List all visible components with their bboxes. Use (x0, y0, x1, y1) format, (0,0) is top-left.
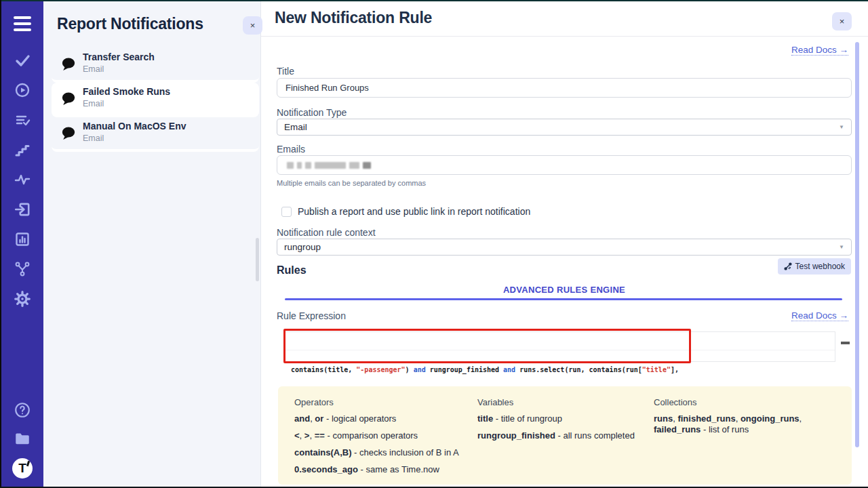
window-top-edge (0, 0, 868, 1)
app-logo[interactable]: T (12, 458, 33, 479)
chevron-down-icon: ▼ (839, 244, 844, 250)
title-input[interactable] (277, 78, 852, 98)
list-item-transfer-search[interactable]: Transfer Search Email (52, 48, 259, 83)
rule-expression-editor[interactable]: contains(title, "-passenger") and rungro… (285, 331, 835, 362)
hamburger-menu-icon[interactable] (11, 14, 34, 34)
help-operators-column: Operators and, or - logical operators <,… (294, 386, 467, 475)
list-item-manual-macos[interactable]: Manual On MacOS Env Email (52, 117, 259, 152)
help-variables-column: Variables title - title of rungroup rung… (477, 386, 647, 441)
item-subtitle: Email (83, 64, 104, 74)
emails-input[interactable] (277, 155, 852, 175)
new-notification-rule-form: New Notification Rule × Read Docs → Titl… (261, 1, 868, 487)
help-icon[interactable] (14, 401, 31, 419)
close-icon: × (840, 16, 845, 26)
column-heading: Variables (477, 397, 647, 407)
window-left-edge (0, 0, 1, 488)
button-label: Test webhook (795, 262, 845, 271)
close-icon: × (250, 20, 256, 30)
expression-help-panel: Operators and, or - logical operators <,… (278, 386, 852, 485)
rule-context-label: Notification rule context (277, 227, 376, 238)
item-title: Failed Smoke Runs (83, 86, 170, 97)
page-title: New Notification Rule (275, 9, 432, 27)
emails-label: Emails (277, 144, 305, 155)
page-scrollbar-thumb[interactable] (855, 42, 859, 447)
help-collections-column: Collections runs, finished_runs, ongoing… (654, 386, 837, 435)
notification-type-label: Notification Type (277, 107, 347, 118)
emails-helper-text: Multiple emails can be separated by comm… (277, 179, 426, 187)
tab-active-underline (285, 298, 842, 300)
rule-expression-label: Rule Expression (277, 310, 346, 321)
report-notifications-panel: Report Notifications × Transfer Search E… (43, 1, 261, 487)
selected-value: rungroup (284, 242, 321, 252)
list-item-failed-smoke-runs[interactable]: Failed Smoke Runs Email (52, 83, 259, 117)
title-label: Title (277, 66, 294, 77)
publish-report-checkbox-row[interactable]: Publish a report and use public link in … (281, 206, 530, 217)
test-webhook-button[interactable]: Test webhook (778, 258, 851, 274)
item-title: Manual On MacOS Env (83, 121, 186, 131)
chevron-down-icon: ▼ (839, 124, 844, 130)
item-title: Transfer Search (83, 52, 155, 62)
settings-gear-icon[interactable] (14, 290, 31, 308)
webhook-icon (784, 262, 792, 270)
check-icon[interactable] (14, 52, 31, 69)
chat-bubble-icon (61, 126, 76, 141)
column-heading: Operators (294, 397, 467, 407)
notification-type-select[interactable]: Email ▼ (277, 119, 852, 136)
chat-bubble-icon (61, 57, 76, 72)
rules-heading: Rules (277, 264, 307, 277)
app-sidebar: T (1, 1, 43, 487)
column-heading: Collections (654, 397, 837, 407)
notification-list: Transfer Search Email Failed Smoke Runs … (52, 48, 259, 152)
import-icon[interactable] (14, 201, 31, 218)
chat-bubble-icon (61, 92, 76, 106)
selected-value: Email (284, 122, 307, 132)
panel-close-button[interactable]: × (243, 16, 262, 35)
header-divider (261, 36, 868, 37)
panel-title: Report Notifications (57, 15, 203, 33)
checklist-icon[interactable] (14, 111, 31, 129)
read-docs-link[interactable]: Read Docs → (791, 45, 848, 56)
rule-context-select[interactable]: rungroup ▼ (277, 239, 852, 256)
checkbox[interactable] (281, 207, 292, 217)
panel-scrollbar-thumb[interactable] (256, 238, 259, 281)
read-docs-link[interactable]: Read Docs → (791, 310, 848, 321)
activity-icon[interactable] (14, 171, 31, 188)
bar-chart-icon[interactable] (14, 230, 31, 248)
checkbox-label: Publish a report and use public link in … (298, 206, 530, 217)
folder-icon[interactable] (14, 430, 31, 447)
branch-icon[interactable] (14, 260, 31, 278)
form-close-button[interactable]: × (832, 12, 852, 30)
editor-scroll-handle[interactable] (841, 342, 850, 344)
steps-icon[interactable] (14, 141, 31, 159)
tab-advanced-rules-engine[interactable]: ADVANCED RULES ENGINE (277, 285, 852, 295)
item-subtitle: Email (83, 99, 104, 108)
item-subtitle: Email (83, 134, 104, 143)
play-circle-icon[interactable] (14, 81, 31, 99)
